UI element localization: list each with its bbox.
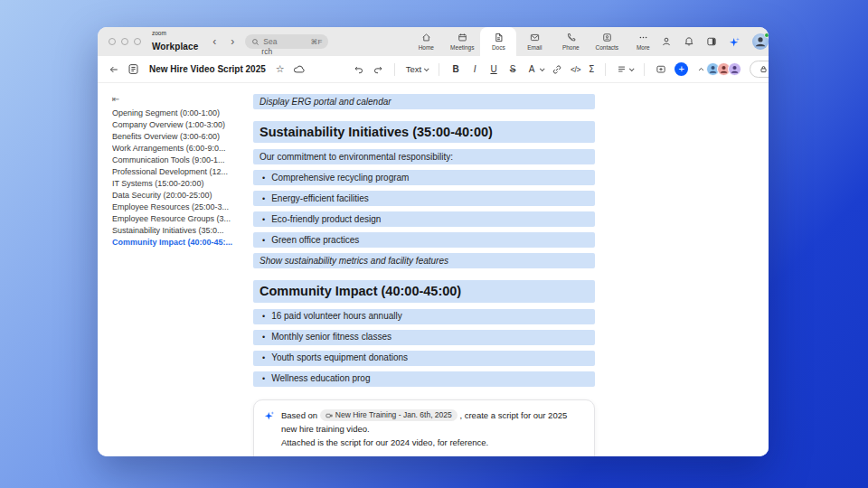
video-recording-icon	[326, 412, 333, 419]
search-icon	[251, 38, 259, 46]
contact-center-icon[interactable]	[661, 36, 672, 47]
window-controls[interactable]	[108, 38, 141, 45]
chevron-down-icon	[629, 66, 635, 71]
toolbar-divider	[644, 63, 645, 76]
text-color-dropdown[interactable]: A	[526, 64, 543, 74]
doc-bullet[interactable]: Energy-efficient facilities	[253, 191, 595, 206]
italic-button[interactable]: I	[469, 64, 480, 74]
toc-item-data-security[interactable]: Data Security (20:00-25:00)	[112, 190, 253, 202]
redo-icon[interactable]	[373, 64, 383, 75]
tab-docs[interactable]: Docs	[480, 27, 516, 56]
document-toolbar: New Hire Video Script 2025 ☆ Text B I U …	[98, 56, 769, 83]
toc-item-it-systems[interactable]: IT Systems (15:00-20:00)	[112, 178, 253, 190]
zoom-workplace-logo: zoom Workplace	[152, 31, 198, 52]
link-icon[interactable]	[552, 64, 562, 75]
cloud-sync-icon[interactable]	[293, 63, 305, 75]
table-of-contents: ⇤ Opening Segment (0:00-1:00) Company Ov…	[98, 83, 253, 456]
search-input[interactable]: Sea ⌘F	[245, 34, 328, 49]
tab-meetings[interactable]: Meetings	[444, 27, 480, 56]
contacts-icon	[602, 33, 612, 42]
doc-bullet[interactable]: Wellness education prog	[253, 371, 595, 387]
toc-item-employee-resource-groups[interactable]: Employee Resource Groups (3...	[112, 213, 253, 225]
toc-item-communication-tools[interactable]: Communication Tools (9:00-1...	[112, 155, 253, 166]
search-text: Sea	[263, 37, 277, 46]
document-body[interactable]: Display ERG portal and calendar Sustaina…	[253, 83, 595, 456]
toc-item-work-arrangements[interactable]: Work Arrangements (6:00-9:0...	[112, 143, 253, 155]
toolbar-divider	[394, 63, 395, 76]
logo-workplace-text: Workplace	[152, 42, 198, 52]
meetings-icon	[458, 33, 467, 42]
strikethrough-button[interactable]: S	[507, 64, 518, 74]
meeting-reference-chip[interactable]: New Hire Training - Jan. 6th, 2025	[320, 409, 458, 421]
collapse-toc-icon[interactable]: ⇤	[112, 94, 253, 104]
doc-bullet[interactable]: Monthly senior fitness classes	[253, 330, 595, 345]
ai-companion-sparkle-icon[interactable]	[729, 36, 741, 48]
comment-add-icon[interactable]	[656, 64, 666, 75]
back-icon[interactable]	[108, 64, 119, 75]
collapse-toolbar-icon[interactable]	[696, 64, 706, 74]
main-nav-tabs: Home Meetings Docs Email Phone Contacts	[408, 27, 661, 56]
favorite-star-icon[interactable]: ☆	[276, 64, 285, 74]
text-style-dropdown[interactable]: Text	[406, 64, 428, 74]
insert-plus-button[interactable]: +	[675, 62, 688, 76]
chevron-down-icon	[540, 66, 545, 71]
document-title: New Hire Video Script 2025	[149, 64, 266, 74]
doc-bullet[interactable]: 16 paid volunteer hours annually	[253, 309, 595, 324]
close-window-button[interactable]	[108, 38, 116, 45]
email-icon	[530, 33, 540, 42]
home-icon	[421, 33, 431, 42]
more-icon	[638, 33, 648, 42]
minimize-window-button[interactable]	[121, 38, 128, 45]
toolbar-divider	[605, 63, 606, 76]
nav-back-button[interactable]: ‹	[212, 35, 216, 48]
user-avatar[interactable]	[752, 33, 769, 50]
doc-bullet[interactable]: Comprehensive recycling program	[253, 170, 595, 185]
maximize-window-button[interactable]	[134, 38, 141, 45]
notifications-bell-icon[interactable]	[684, 36, 694, 47]
toc-item-professional-development[interactable]: Professional Development (12...	[112, 166, 253, 178]
tab-email[interactable]: Email	[516, 27, 552, 56]
underline-button[interactable]: U	[488, 64, 499, 74]
toc-item-benefits-overview[interactable]: Benefits Overview (3:00-6:00)	[112, 131, 253, 143]
code-block-button[interactable]: </>	[571, 65, 580, 74]
doc-badge-icon[interactable]	[127, 63, 139, 75]
collaborator-avatars[interactable]	[706, 62, 741, 76]
toc-item-opening-segment[interactable]: Opening Segment (0:00-1:00)	[112, 108, 253, 119]
doc-line[interactable]: Our commitment to environmental responsi…	[253, 149, 595, 164]
search-shortcut: ⌘F	[310, 38, 322, 46]
tab-contacts[interactable]: Contacts	[589, 27, 625, 56]
doc-bullet[interactable]: Eco-friendly product design	[253, 211, 595, 227]
toc-item-community-impact[interactable]: Community Impact (40:00-45:...	[112, 237, 253, 249]
doc-line[interactable]: Display ERG portal and calendar	[253, 94, 595, 109]
list-format-dropdown[interactable]	[617, 64, 633, 74]
list-icon	[617, 64, 627, 74]
tab-phone[interactable]: Phone	[552, 27, 589, 56]
tab-home[interactable]: Home	[408, 27, 444, 56]
search-text-overflow: rch	[261, 47, 272, 56]
share-button[interactable]: Share	[750, 61, 769, 78]
doc-bullet[interactable]: Youth sports equipment donations	[253, 351, 595, 366]
toolbar-divider	[439, 63, 439, 76]
bold-button[interactable]: B	[450, 64, 461, 74]
tab-more[interactable]: More	[625, 27, 661, 56]
lock-icon	[760, 65, 768, 73]
undo-icon[interactable]	[354, 64, 364, 75]
ai-prompt-line2: Attached is the script for our 2024 vide…	[281, 436, 584, 449]
side-panel-toggle-icon[interactable]	[706, 36, 717, 47]
toc-item-employee-resources[interactable]: Employee Resources (25:00-3...	[112, 202, 253, 213]
docs-icon	[494, 33, 504, 42]
doc-bullet[interactable]: Green office practices	[253, 232, 595, 248]
toc-item-company-overview[interactable]: Company Overview (1:00-3:00)	[112, 119, 253, 131]
chevron-down-icon	[424, 66, 429, 71]
nav-forward-button[interactable]: ›	[231, 35, 234, 48]
ai-sparkle-icon	[264, 410, 275, 421]
phone-icon	[566, 33, 576, 42]
toc-item-sustainability-initiatives[interactable]: Sustainability Initiatives (35:0...	[112, 225, 253, 237]
doc-line[interactable]: Show sustainability metrics and facility…	[253, 253, 595, 268]
ai-companion-card: Based on New Hire Training - Jan. 6th, 2…	[253, 399, 595, 456]
doc-heading-sustainability[interactable]: Sustainability Initiatives (35:00-40:00)	[253, 121, 595, 143]
doc-heading-community-impact[interactable]: Community Impact (40:00-45:00)	[253, 280, 595, 302]
logo-zoom-text: zoom	[152, 31, 198, 37]
app-topbar: zoom Workplace ‹ › Sea ⌘F rch Home Meeti…	[98, 27, 769, 56]
formula-button[interactable]: Σ	[589, 65, 594, 74]
